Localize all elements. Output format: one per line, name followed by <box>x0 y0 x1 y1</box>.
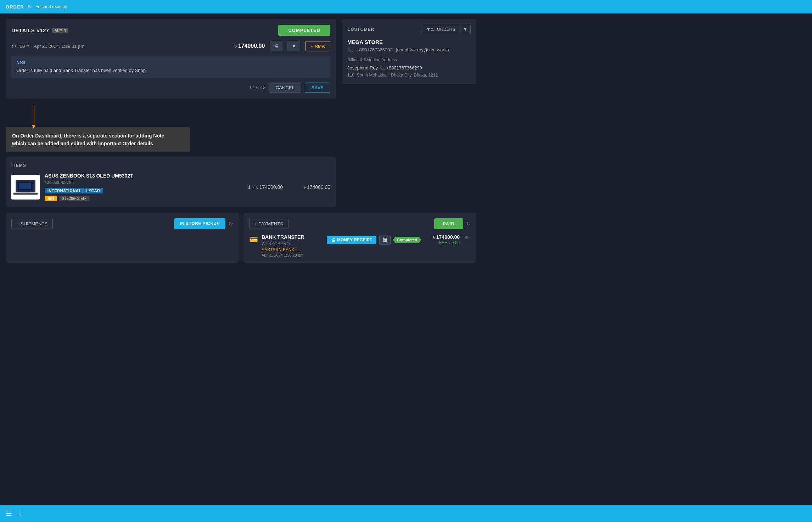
char-counter: 64 / 512 <box>250 85 265 90</box>
payment-bank: EASTERN BANK L... <box>262 247 323 252</box>
payments-right: PAID ↻ <box>434 218 471 229</box>
payment-completed-badge: Completed <box>393 237 421 243</box>
billing-title: Billing & Shipping Address <box>347 57 471 62</box>
customer-card: CUSTOMER ▼🗂 ORDERS ▼ MEGA STORE 📞 +88017… <box>342 19 476 84</box>
shipments-card: + SHIPMENTS IN STORE PICKUP ↻ <box>6 213 239 263</box>
details-title-row: DETAILS #127 ADMIN <box>11 27 68 33</box>
arrow-line <box>34 103 34 125</box>
payment-ref: WYRYQRYRQ <box>262 241 323 246</box>
international-tag: INTERNATIONAL | 1 YEAR <box>45 188 103 193</box>
shipments-header: + SHIPMENTS IN STORE PICKUP ↻ <box>11 218 233 229</box>
hamburger-menu-icon[interactable]: ☰ <box>6 509 12 518</box>
items-header: ITEMS <box>11 163 330 168</box>
admin-badge: ADMIN <box>52 28 69 33</box>
payment-amounts: ৳ 174000.00 FEE ৳ 0.00 <box>424 234 460 245</box>
orders-dropdown-button[interactable]: ▼ <box>460 25 471 34</box>
rma-button[interactable]: + RMA <box>305 41 330 51</box>
customer-email: josephine.roy@xen.works <box>396 47 449 52</box>
tooltip-text: On Order Dashboard, there is a separate … <box>12 133 164 146</box>
left-column: DETAILS #127 ADMIN COMPLETED 🏷 #007f Apr… <box>6 19 336 207</box>
tooltip-text-bold: On Order Dashboard, there is a separate … <box>12 133 164 146</box>
top-bar-title: ORDER <box>6 4 24 10</box>
back-button-icon[interactable]: ‹ <box>19 510 21 517</box>
customer-contact: 📞 +8801767366293 josephine.roy@xen.works <box>347 47 471 52</box>
sync-icon: ↻ <box>28 4 32 10</box>
tooltip-box: On Order Dashboard, there is a separate … <box>6 127 190 153</box>
orders-btn-group: ▼🗂 ORDERS ▼ <box>421 25 471 34</box>
phone-icon: 📞 <box>347 47 353 52</box>
payments-card: + PAYMENTS PAID ↻ 💳 BANK TRANSFER WYRYQR… <box>243 213 476 263</box>
payment-details: BANK TRANSFER WYRYQRYRQ EASTERN BANK L..… <box>262 234 323 257</box>
serial-number-tag: S13266OLED <box>59 196 89 201</box>
item-info: ASUS ZENBOOK S13 OLED UM5302T Lap-Asu-99… <box>45 173 235 201</box>
details-header: DETAILS #127 ADMIN COMPLETED <box>11 25 330 36</box>
cancel-button[interactable]: CANCEL <box>269 83 301 93</box>
print-button[interactable]: 🖨 <box>270 41 282 51</box>
order-amount: ৳ 174000.00 <box>234 43 265 49</box>
product-image <box>11 175 40 200</box>
payment-method-row: BANK TRANSFER <box>262 234 323 240</box>
filter-icon: ▼🗂 <box>426 27 435 32</box>
note-label: Note <box>16 60 325 65</box>
payment-amount: ৳ 174000.00 <box>424 234 460 240</box>
edit-payment-button[interactable]: ✏ <box>463 234 471 241</box>
tag-icon: 🏷 <box>11 44 16 49</box>
details-title: DETAILS #127 <box>11 27 49 33</box>
dropdown-button[interactable]: ▼ <box>287 41 300 51</box>
payment-date: Apr 21 2024 1:30:28 pm <box>262 253 323 257</box>
money-receipt-button[interactable]: 🖨 MONEY RECEIPT <box>327 236 376 244</box>
billing-name: Josephine Roy 📞 +8801767366293 <box>347 65 471 71</box>
billing-phone-icon: 📞 <box>379 65 386 71</box>
add-payment-button[interactable]: + PAYMENTS <box>249 219 289 229</box>
svg-rect-3 <box>21 192 30 193</box>
billing-address: 118, South Mohakhali, Dhaka City, Dhaka,… <box>347 72 471 78</box>
customer-name: MEGA STORE <box>347 39 471 45</box>
card-icon: 💳 <box>249 235 258 243</box>
payment-method-name: BANK TRANSFER <box>262 234 304 240</box>
payment-actions: 🖨 MONEY RECEIPT 🖼 Completed <box>327 235 421 245</box>
payment-entry: 💳 BANK TRANSFER WYRYQRYRQ EASTERN BANK L… <box>249 234 471 257</box>
top-bar: ORDER ↻ Fetched recently <box>0 0 812 13</box>
details-card: DETAILS #127 ADMIN COMPLETED 🏷 #007f Apr… <box>6 19 336 99</box>
receipt-icon: 🖨 <box>331 237 335 242</box>
note-section: Note Order is fully paid and Bank Transf… <box>11 56 330 78</box>
item-tags: INTERNATIONAL | 1 YEAR <box>45 188 235 193</box>
image-button[interactable]: 🖼 <box>379 235 391 245</box>
item-total: ৳ 174000.00 <box>288 184 330 190</box>
bottom-row: + SHIPMENTS IN STORE PICKUP ↻ + PAYMENTS… <box>0 213 482 269</box>
product-sku: Lap-Asu-99785 <box>45 180 235 185</box>
item-quantity: 1 × ৳ 174000.00 <box>240 184 283 190</box>
payment-fee: FEE ৳ 0.00 <box>424 240 460 245</box>
note-controls: 64 / 512 CANCEL SAVE <box>11 83 330 93</box>
sync-text: Fetched recently <box>35 4 67 9</box>
in-store-pickup-button[interactable]: IN STORE PICKUP <box>174 218 225 229</box>
item-row: ASUS ZENBOOK S13 OLED UM5302T Lap-Asu-99… <box>11 173 330 201</box>
note-text: Order is fully paid and Bank Transfer ha… <box>16 67 325 74</box>
customer-phone: +8801767366293 <box>357 47 393 52</box>
bottom-nav: ☰ ‹ <box>0 505 812 522</box>
items-card: ITEMS ASUS ZENBOOK S13 OLED UM53 <box>6 157 336 207</box>
sn-tag: S/N <box>45 196 57 201</box>
payments-header: + PAYMENTS PAID ↻ <box>249 218 471 229</box>
serial-tags: S/N S13266OLED <box>45 196 235 201</box>
order-id: 🏷 #007f <box>11 44 29 49</box>
add-shipment-button[interactable]: + SHIPMENTS <box>11 219 53 229</box>
order-meta: 🏷 #007f Apr 21 2024, 1:29:31 pm ৳ 174000… <box>11 41 330 51</box>
orders-button[interactable]: ▼🗂 ORDERS <box>421 25 460 34</box>
paid-button[interactable]: PAID <box>434 218 463 229</box>
customer-section-title: CUSTOMER <box>347 27 374 32</box>
customer-header: CUSTOMER ▼🗂 ORDERS ▼ <box>347 25 471 34</box>
arrow-head <box>32 125 36 128</box>
payments-refresh-icon[interactable]: ↻ <box>466 220 471 227</box>
shipments-refresh-icon[interactable]: ↻ <box>228 220 233 227</box>
main-content: DETAILS #127 ADMIN COMPLETED 🏷 #007f Apr… <box>0 13 482 213</box>
svg-rect-5 <box>19 183 31 189</box>
product-name: ASUS ZENBOOK S13 OLED UM5302T <box>45 173 235 179</box>
order-date: Apr 21 2024, 1:29:31 pm <box>34 44 229 49</box>
save-button[interactable]: SAVE <box>305 83 330 93</box>
tooltip-arrow <box>27 103 336 128</box>
payment-entry-row: 💳 BANK TRANSFER WYRYQRYRQ EASTERN BANK L… <box>249 234 471 257</box>
shipments-right: IN STORE PICKUP ↻ <box>174 218 233 229</box>
completed-button[interactable]: COMPLETED <box>278 25 330 36</box>
laptop-icon <box>13 178 38 197</box>
